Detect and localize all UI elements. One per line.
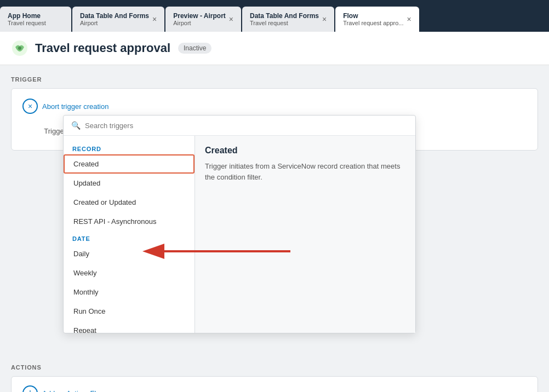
abort-trigger-button[interactable]: × Abort trigger creation <box>22 99 108 114</box>
dropdown-item-weekly[interactable]: Weekly <box>64 263 195 283</box>
dropdown-right-panel: Created Trigger initiates from a Service… <box>195 136 415 333</box>
actions-section-label: ACTIONS <box>11 364 538 371</box>
trigger-section: TRIGGER × Abort trigger creation Trigger… <box>11 76 538 151</box>
tab-bar: App Home Travel request Data Table And F… <box>0 0 549 32</box>
search-icon: 🔍 <box>71 121 81 130</box>
dropdown-left-panel: RECORD Created Updated Created or Update… <box>64 136 195 333</box>
abort-row: × Abort trigger creation <box>22 99 527 114</box>
add-action-button[interactable]: + Add an Action, Flo... <box>22 385 106 392</box>
tab-data-table-1[interactable]: Data Table And Forms Airport × <box>72 7 164 32</box>
tab-title: Data Table And Forms <box>80 12 149 20</box>
tab-close-icon[interactable]: × <box>407 15 411 23</box>
tab-subtitle: Travel request <box>8 20 64 26</box>
dropdown-item-repeat[interactable]: Repeat <box>64 321 195 333</box>
detail-description: Trigger initiates from a ServiceNow reco… <box>205 161 405 183</box>
tab-subtitle: Travel request <box>250 20 319 26</box>
dropdown-item-rest-api[interactable]: REST API - Asynchronous <box>64 212 195 231</box>
dropdown-search-input[interactable] <box>85 122 408 130</box>
page-title: Travel request approval <box>35 41 170 55</box>
tab-subtitle: Travel request appro... <box>343 20 403 26</box>
add-icon: + <box>22 385 38 392</box>
tab-close-icon[interactable]: × <box>229 15 233 23</box>
page-header: Travel request approval Inactive <box>0 32 549 65</box>
trigger-section-label: TRIGGER <box>11 76 538 83</box>
abort-label: Abort trigger creation <box>42 102 108 111</box>
tab-title: App Home <box>8 12 64 20</box>
tab-title: Data Table And Forms <box>250 12 319 20</box>
dropdown-item-daily[interactable]: Daily <box>64 244 195 263</box>
tab-close-icon[interactable]: × <box>152 15 157 23</box>
tab-title: Preview - Airport <box>173 12 226 20</box>
dropdown-item-run-once[interactable]: Run Once <box>64 302 195 321</box>
tab-flow[interactable]: Flow Travel request appro... × <box>335 7 419 32</box>
dropdown-item-created-or-updated[interactable]: Created or Updated <box>64 193 195 212</box>
trigger-dropdown: 🔍 RECORD Created Updated Created or Upda… <box>63 115 416 333</box>
dropdown-item-monthly[interactable]: Monthly <box>64 283 195 302</box>
abort-icon: × <box>22 99 38 114</box>
dropdown-category-record: RECORD <box>64 141 195 154</box>
tab-app-home[interactable]: App Home Travel request <box>0 7 71 32</box>
tab-subtitle: Airport <box>80 20 149 26</box>
trigger-field-label: Trigger <box>22 127 66 135</box>
servicenow-logo <box>11 39 28 57</box>
main-content: TRIGGER × Abort trigger creation Trigger… <box>0 65 549 392</box>
svg-point-1 <box>18 47 21 50</box>
tab-title: Flow <box>343 12 403 20</box>
actions-card: + Add an Action, Flo... <box>11 376 538 392</box>
dropdown-search-row: 🔍 <box>64 116 415 136</box>
tab-data-table-2[interactable]: Data Table And Forms Travel request × <box>242 7 334 32</box>
actions-section: ACTIONS + Add an Action, Flo... <box>11 364 538 392</box>
tab-preview-airport[interactable]: Preview - Airport Airport × <box>165 7 241 32</box>
dropdown-item-updated[interactable]: Updated <box>64 174 195 193</box>
dropdown-item-created[interactable]: Created <box>64 154 195 174</box>
detail-title: Created <box>205 146 405 155</box>
dropdown-category-date: DATE <box>64 231 195 244</box>
dropdown-body: RECORD Created Updated Created or Update… <box>64 136 415 333</box>
add-action-label: Add an Action, Flo... <box>42 389 106 393</box>
trigger-card: × Abort trigger creation Trigger Select … <box>11 88 538 151</box>
tab-close-icon[interactable]: × <box>322 15 327 23</box>
tab-subtitle: Airport <box>173 20 226 26</box>
status-badge: Inactive <box>178 43 211 54</box>
